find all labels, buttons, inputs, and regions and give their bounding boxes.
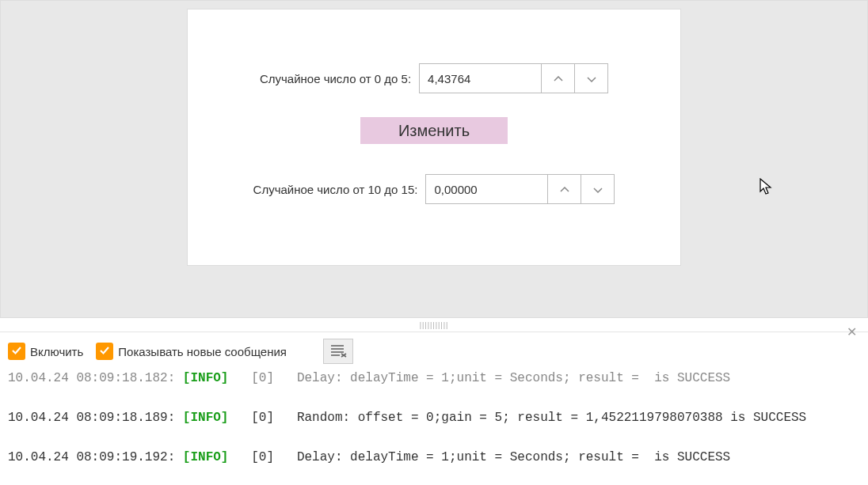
log-timestamp: 10.04.24 08:09:19.192: <box>8 450 175 464</box>
row-random-0-5: Случайное число от 0 до 5: <box>188 63 680 93</box>
log-level: [INFO] <box>183 411 229 425</box>
checkbox-enable[interactable] <box>8 343 25 360</box>
chevron-up-icon <box>554 72 563 85</box>
number-input-10-15 <box>425 174 615 204</box>
step-down-0-5[interactable] <box>575 63 608 93</box>
label-enable: Включить <box>30 345 83 358</box>
number-field-10-15[interactable] <box>425 174 548 204</box>
clear-list-icon <box>329 343 347 360</box>
log-message: Random: offset = 0;gain = 5; result = 1,… <box>297 411 806 425</box>
log-panel: ✕ Включить Показывать новые сообщения 10… <box>0 332 868 485</box>
number-field-0-5[interactable] <box>419 63 542 93</box>
log-line: 10.04.24 08:09:18.189: [INFO] [0] Random… <box>8 408 860 428</box>
checkbox-show-new[interactable] <box>96 343 113 360</box>
top-area: Случайное число от 0 до 5: Изменить Случ… <box>0 0 868 317</box>
chevron-up-icon <box>560 183 569 195</box>
log-thread: [0] <box>251 450 274 464</box>
splitter-grip[interactable]: ||||||||||| <box>0 317 868 332</box>
change-row: Изменить <box>188 117 680 144</box>
label-random-10-15: Случайное число от 10 до 15: <box>253 183 418 196</box>
log-thread: [0] <box>251 411 274 425</box>
log-thread: [0] <box>251 371 274 385</box>
log-level: [INFO] <box>183 371 229 385</box>
row-random-10-15: Случайное число от 10 до 15: <box>188 174 680 204</box>
log-message: Delay: delayTime = 1;unit = Seconds; res… <box>297 371 730 385</box>
close-log-button[interactable]: ✕ <box>844 324 858 339</box>
number-input-0-5 <box>419 63 608 93</box>
log-toolbar: Включить Показывать новые сообщения <box>0 332 868 369</box>
clear-log-button[interactable] <box>323 339 353 364</box>
check-icon <box>99 345 110 358</box>
step-down-10-15[interactable] <box>581 174 615 204</box>
chevron-down-icon <box>587 72 596 85</box>
chevron-down-icon <box>593 183 603 195</box>
label-show-new: Показывать новые сообщения <box>118 345 287 358</box>
log-line: 10.04.24 08:09:18.182: [INFO] [0] Delay:… <box>8 369 860 388</box>
steppers-0-5 <box>542 63 608 93</box>
steppers-10-15 <box>548 174 615 204</box>
log-level: [INFO] <box>183 450 229 464</box>
log-timestamp: 10.04.24 08:09:18.182: <box>8 371 175 385</box>
change-button[interactable]: Изменить <box>360 117 508 144</box>
step-up-0-5[interactable] <box>542 63 575 93</box>
label-random-0-5: Случайное число от 0 до 5: <box>260 72 411 85</box>
log-message: Delay: delayTime = 1;unit = Seconds; res… <box>297 450 730 464</box>
log-timestamp: 10.04.24 08:09:18.189: <box>8 411 175 425</box>
log-line: 10.04.24 08:09:19.192: [INFO] [0] Delay:… <box>8 448 860 468</box>
step-up-10-15[interactable] <box>548 174 581 204</box>
main-panel: Случайное число от 0 до 5: Изменить Случ… <box>187 9 681 266</box>
log-body[interactable]: 10.04.24 08:09:18.182: [INFO] [0] Delay:… <box>0 369 868 485</box>
close-icon: ✕ <box>847 324 857 339</box>
check-icon <box>11 345 22 358</box>
